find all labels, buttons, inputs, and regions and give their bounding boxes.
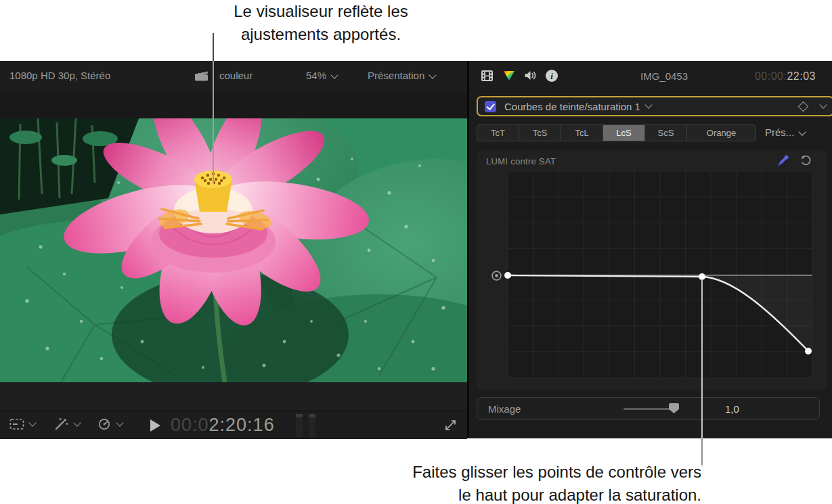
presets-menu[interactable]: Prés... — [765, 127, 805, 138]
svg-text:i: i — [550, 71, 553, 81]
curve-control-point[interactable] — [504, 272, 511, 279]
audio-meter-right — [309, 414, 315, 437]
tab-scs[interactable]: ScS — [644, 125, 686, 141]
screenshot-stage: Le visualiseur reflète les ajustements a… — [0, 0, 832, 504]
callout-bottom: Faites glisser les points de contrôle ve… — [291, 461, 701, 504]
tab-tct[interactable]: TcT — [477, 125, 519, 141]
viewer-toolbar: 1080p HD 30p, Stéréo couleur 54% Présent… — [0, 61, 467, 92]
presets-label: Prés... — [765, 127, 794, 138]
curve-anchor-target-icon[interactable] — [491, 270, 502, 284]
timecode-bright: 22:03 — [787, 70, 816, 82]
info-icon: i — [545, 69, 559, 83]
callout-line-viewer-dark — [213, 61, 214, 184]
timecode-bright: 2:20:16 — [209, 415, 275, 435]
app-window: 1080p HD 30p, Stéréo couleur 54% Présent… — [0, 61, 832, 438]
chevron-down-icon[interactable] — [819, 101, 827, 108]
tab-tcs[interactable]: TcS — [519, 125, 561, 141]
info-inspector-button[interactable]: i — [545, 69, 559, 83]
curve-graph[interactable] — [508, 171, 812, 377]
callout-line-saturation-dark — [701, 279, 703, 438]
letterbox-bottom — [0, 382, 467, 411]
dashed-rect-icon — [9, 418, 24, 430]
mix-slider-thumb[interactable] — [669, 403, 679, 413]
mix-label: Mixage — [488, 403, 521, 415]
viewer-bottom-toolbar: 00:02:20:16 — [0, 411, 467, 439]
curve-title: LUMI contre SAT — [486, 156, 556, 166]
audio-meters — [296, 414, 315, 437]
magic-wand-icon — [54, 417, 69, 431]
play-button[interactable] — [150, 419, 160, 432]
effect-row-hue-sat-curves[interactable]: Courbes de teinte/saturation 1 — [477, 96, 832, 116]
callout-top-line2: ajustements apportés. — [165, 23, 477, 46]
speed-gauge-icon — [98, 418, 112, 430]
rainbow-triangle-icon — [502, 70, 516, 82]
checkmark-icon — [486, 101, 494, 110]
clip-name: IMG_0453 — [617, 70, 711, 82]
undo-arrow-icon — [800, 154, 812, 166]
viewer-timecode: 00:02:20:16 — [171, 415, 275, 436]
viewer-view-menu[interactable]: Présentation — [368, 70, 435, 81]
eyedropper-icon — [776, 154, 790, 167]
color-inspector-panel: i IMG_0453 00:00:22:03 Courbes de teinte… — [469, 61, 832, 438]
reset-curve-button[interactable] — [800, 154, 812, 166]
chevron-down-icon — [429, 71, 437, 78]
audio-inspector-button[interactable] — [524, 70, 537, 81]
mix-row: Mixage 1,0 — [477, 397, 820, 420]
timecode-dim: 00:00: — [755, 70, 787, 82]
chevron-down-icon — [330, 71, 338, 78]
chevron-down-icon — [116, 419, 123, 426]
tab-lcs[interactable]: LcS — [603, 125, 644, 141]
chevron-down-icon — [799, 128, 806, 135]
viewer-image-lotus — [0, 118, 467, 382]
letterbox-top — [0, 91, 467, 118]
clapper-icon[interactable] — [194, 70, 209, 82]
viewer-zoom-menu[interactable]: 54% — [306, 70, 337, 81]
retime-menu-button[interactable] — [98, 418, 123, 430]
mix-value[interactable]: 1,0 — [725, 403, 739, 415]
audio-meter-left — [296, 414, 303, 437]
effect-name: Courbes de teinte/saturation 1 — [504, 101, 640, 112]
callout-bottom-line2: le haut pour adapter la saturation. — [291, 484, 701, 504]
callout-bottom-line1: Faites glisser les points de contrôle ve… — [291, 461, 701, 484]
effect-enabled-checkbox[interactable] — [485, 101, 496, 112]
inspector-timecode: 00:00:22:03 — [755, 70, 816, 83]
eyedropper-button[interactable] — [776, 154, 790, 167]
curve-tabs: TcT TcS TcL LcS ScS Orange — [477, 124, 756, 141]
chevron-down-icon — [73, 419, 81, 426]
filmstrip-icon — [481, 70, 494, 82]
viewer-canvas — [0, 91, 467, 411]
viewer-view-label: Présentation — [368, 70, 424, 81]
tab-orange[interactable]: Orange — [686, 125, 756, 141]
chevron-down-icon — [28, 419, 36, 426]
speaker-icon — [524, 70, 537, 81]
keyframe-diamond-icon[interactable] — [798, 101, 809, 112]
callout-top: Le visualiseur reflète les ajustements a… — [165, 0, 477, 46]
timecode-dim: 00:0 — [171, 415, 209, 435]
diagonal-resize-icon — [443, 418, 458, 432]
color-inspector-button[interactable] — [502, 70, 516, 82]
callout-top-line1: Le visualiseur reflète les — [165, 0, 477, 23]
callout-line-viewer-white — [213, 33, 214, 61]
video-inspector-button[interactable] — [481, 70, 494, 82]
viewer-format-label: 1080p HD 30p, Stéréo — [9, 70, 110, 81]
chevron-down-icon — [644, 101, 652, 108]
curve-control-point[interactable] — [805, 348, 812, 354]
viewer-tab-couleur[interactable]: couleur — [219, 70, 253, 81]
tools-menu-button[interactable] — [9, 418, 35, 430]
expand-viewer-button[interactable] — [443, 418, 458, 432]
tab-tcl[interactable]: TcL — [561, 125, 603, 141]
enhancements-menu-button[interactable] — [54, 417, 80, 431]
curve-editor: LUMI contre SAT — [477, 150, 827, 391]
viewer-zoom-value: 54% — [306, 70, 326, 81]
callout-line-saturation-white — [701, 438, 703, 465]
